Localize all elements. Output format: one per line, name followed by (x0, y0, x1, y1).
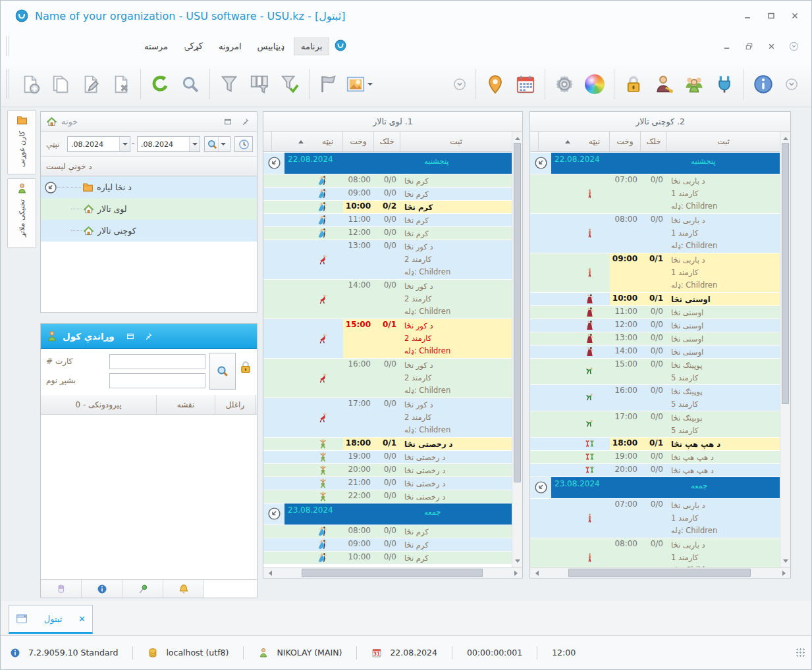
collapse-icon[interactable] (534, 480, 548, 494)
scrollbar-thumb[interactable] (568, 569, 751, 577)
schedule-row[interactable]: 08:000/0کرم نڅا (263, 525, 512, 538)
mdi-restore-button[interactable] (742, 39, 756, 53)
schedule-row[interactable]: 13:000/0اوسنی نڅا (530, 332, 780, 346)
scroll-right-arrow[interactable] (512, 568, 522, 579)
users-button[interactable] (679, 66, 709, 102)
scroll-left-arrow[interactable] (263, 568, 274, 579)
info-circle-button[interactable] (82, 580, 122, 598)
doc-copy-button[interactable] (45, 66, 76, 102)
picture-button[interactable] (344, 66, 374, 102)
gear-button[interactable] (549, 66, 580, 102)
schedule-row[interactable]: 09:000/1د باربی نڅاکارمند 1ډله: Children (530, 253, 780, 293)
column-header-record[interactable]: ثبت (667, 132, 780, 152)
scroll-left-arrow[interactable] (530, 568, 541, 579)
flag-button[interactable] (313, 66, 344, 102)
scrollbar-thumb[interactable] (514, 143, 521, 482)
schedule-row[interactable]: 07:000/0د باربی نڅاکارمند 1ډله: Children (530, 174, 780, 214)
schedule-row[interactable]: 09:000/0کرم نڅا (263, 188, 512, 201)
user-key-button[interactable] (649, 66, 679, 102)
mdi-overflow-button[interactable] (786, 39, 801, 53)
schedule-row[interactable]: 18:000/1د هپ هپ نڅا (530, 438, 780, 451)
schedule-row[interactable]: 11:000/0کرم نڅا (263, 214, 512, 227)
pin-panel-button[interactable] (238, 115, 252, 128)
column-header-people[interactable]: خلک (641, 132, 667, 152)
toolbar-grip[interactable] (6, 69, 9, 99)
visitor-search-button[interactable] (209, 353, 236, 390)
schedule-row[interactable]: 10:000/1اوسنی نڅا (530, 293, 780, 306)
colors-button[interactable] (580, 66, 610, 102)
bell-button[interactable] (163, 580, 204, 598)
schedule-row[interactable]: 20:000/0د هپ هپ نڅا (530, 464, 780, 477)
schedule-row[interactable]: 08:000/0د باربی نڅاکارمند 1ډله: Children (530, 538, 780, 567)
search-options-dropdown[interactable] (218, 137, 228, 151)
column-header-people[interactable]: خلک (374, 132, 400, 152)
filter-columns-button[interactable] (244, 66, 275, 102)
tab-close-button[interactable]: ✕ (78, 614, 86, 624)
schedule-row[interactable]: 18:000/1د رخصتی نڅا (263, 438, 512, 451)
schedule-row[interactable]: 16:000/0پوپینګ نڅاکارمند 5 (530, 385, 780, 411)
schedule-row[interactable]: 10:000/2کرم نڅا (263, 201, 512, 214)
app-menu-button[interactable] (332, 38, 349, 55)
plug-button[interactable] (709, 66, 740, 102)
collapse-icon[interactable] (44, 181, 57, 194)
schedule-row[interactable]: 10:000/0کرم نڅا (263, 552, 512, 565)
menu-item-4[interactable]: مرسته (138, 38, 175, 55)
doc-edit-button[interactable] (76, 66, 106, 102)
mdi-minimize-button[interactable] (719, 39, 734, 53)
search-button[interactable] (175, 66, 205, 102)
refresh-button[interactable] (145, 66, 175, 102)
scroll-down-arrow[interactable] (780, 557, 790, 567)
schedule-row[interactable]: 16:000/0د کور نڅاکارمند 2ډله: Children (263, 359, 512, 398)
scrollbar-thumb[interactable] (302, 569, 483, 577)
hand-button[interactable] (41, 580, 82, 598)
tree-item-1[interactable]: لوی تالار (41, 198, 257, 220)
column-header-time[interactable]: وخت (610, 132, 641, 152)
schedule-row[interactable]: 14:000/0اوسنی نڅا (530, 346, 780, 359)
column-header-time[interactable]: وخت (343, 132, 374, 152)
schedule-row[interactable]: 19:000/0د هپ هپ نڅا (530, 451, 780, 464)
schedule-time-button[interactable] (234, 136, 253, 152)
schedule-group-row[interactable]: 22.08.2024پنجشنبه (530, 153, 780, 174)
menu-item-2[interactable]: امرونه (212, 38, 248, 55)
doc-delete-button[interactable] (106, 66, 136, 102)
visitor-list[interactable] (41, 415, 257, 579)
schedule-row[interactable]: 15:000/0پوپینګ نڅاکارمند 5 (530, 359, 780, 385)
card-number-input[interactable] (109, 354, 205, 369)
schedule-row[interactable]: 14:000/0د کور نڅاکارمند 2ډله: Children (263, 280, 512, 319)
float-panel-button[interactable] (221, 115, 234, 128)
horizontal-scrollbar[interactable] (263, 567, 522, 578)
schedule-row[interactable]: 08:000/0کرم نڅا (263, 174, 512, 188)
schedule-row[interactable]: 17:000/0د کور نڅاکارمند 2ډله: Children (263, 398, 512, 438)
scroll-up-arrow[interactable] (512, 132, 522, 142)
schedule-row[interactable]: 13:000/0د کور نڅاکارمند 2ډله: Children (263, 240, 512, 280)
vertical-scrollbar[interactable] (512, 132, 522, 567)
schedule-row[interactable]: 11:000/0اوسنی نڅا (530, 306, 780, 319)
calendar-button[interactable] (510, 66, 541, 102)
schedule-group-row[interactable]: 23.08.2024جمعه (530, 477, 780, 499)
column-header-record[interactable]: ثبت (400, 132, 512, 152)
collapse-icon[interactable] (534, 156, 548, 170)
collapse-icon[interactable] (267, 507, 281, 521)
scroll-down-arrow[interactable] (512, 557, 522, 567)
collapse-icon[interactable] (267, 156, 281, 170)
date-to-combo[interactable]: .08.2024 (137, 136, 200, 152)
filter-button[interactable] (214, 66, 244, 102)
map-pin-button[interactable] (480, 66, 510, 102)
schedule-row[interactable]: 17:000/0پوپینګ نڅاکارمند 5 (530, 411, 780, 438)
chevron-down-icon[interactable] (367, 83, 373, 88)
menu-item-1[interactable]: ډیټابیس (251, 38, 291, 55)
column-header-date[interactable]: نیټه (272, 132, 343, 152)
tree-item-2[interactable]: کوچنی تالار (41, 220, 257, 242)
menu-item-3[interactable]: کړکۍ (177, 38, 209, 55)
schedule-row[interactable]: 12:000/0اوسنی نڅا (530, 319, 780, 332)
menu-item-0[interactable]: برنامه (294, 38, 329, 55)
document-tab-0[interactable]: ثبتول✕ (9, 605, 93, 634)
schedule-row[interactable]: 09:000/0کرم نڅا (263, 538, 512, 552)
schedule-row[interactable]: 19:000/0د رخصتی نڅا (263, 451, 512, 464)
resize-grip[interactable] (796, 648, 806, 658)
filter-apply-button[interactable] (275, 66, 305, 102)
scrollbar-thumb[interactable] (782, 143, 789, 404)
side-tab-card-search[interactable]: کارن غوړنی (7, 110, 36, 174)
schedule-row[interactable]: 22:000/0د رخصتی نڅا (263, 490, 512, 503)
tree-item-0[interactable]: د نڅا لپاره (41, 176, 257, 198)
